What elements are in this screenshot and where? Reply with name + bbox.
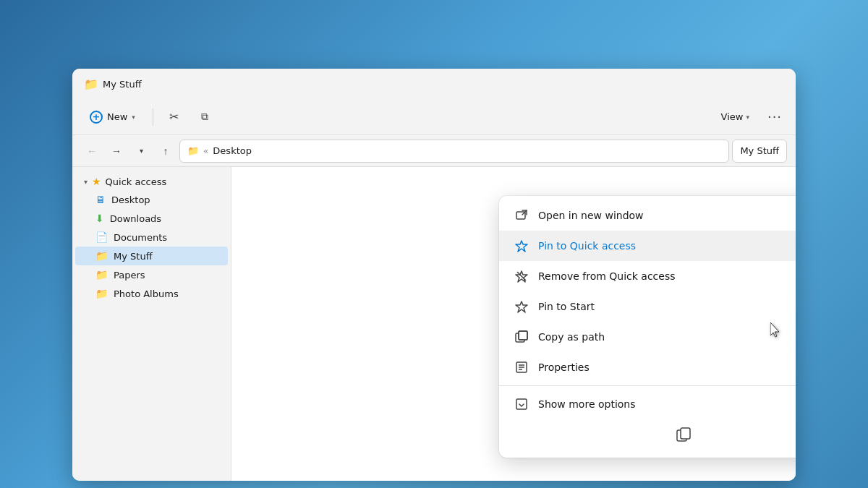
file-explorer: 📁 My Stuff + New ▾ ✂ ⧉ View ▾ ··· ← → — [72, 69, 796, 481]
sidebar-item-label-documents: Documents — [114, 232, 167, 243]
toolbar: + New ▾ ✂ ⧉ View ▾ ··· — [72, 99, 796, 135]
sidebar: ▾ ★ Quick access 🖥 Desktop ⬇ Downloads 📄… — [72, 167, 231, 481]
svg-rect-14 — [681, 428, 690, 439]
open-new-window-icon — [514, 207, 529, 223]
show-more-icon — [514, 396, 529, 412]
sidebar-item-documents[interactable]: 📄 Documents — [75, 228, 228, 247]
context-menu-item-pin-start[interactable]: Pin to Start — [499, 291, 796, 322]
toolbar-separator-1 — [153, 108, 153, 126]
sidebar-item-label-downloads: Downloads — [110, 213, 161, 224]
title-bar-title: My Stuff — [103, 79, 142, 90]
bottom-copy-icon — [676, 427, 692, 446]
title-bar: 📁 My Stuff — [72, 69, 796, 99]
show-more-label: Show more options — [538, 398, 796, 410]
scissors-icon: ✂ — [169, 110, 179, 124]
quick-access-chevron: ▾ — [84, 178, 88, 186]
view-label: View — [721, 111, 744, 122]
back-button[interactable]: ← — [81, 140, 103, 162]
context-menu-item-properties[interactable]: Properties Alt+Enter — [499, 352, 796, 382]
address-separator: « — [203, 146, 208, 156]
context-menu-item-copy-path[interactable]: Copy as path — [499, 322, 796, 352]
address-path[interactable]: 📁 « Desktop — [179, 140, 729, 163]
view-chevron: ▾ — [746, 114, 749, 121]
up-icon: ↑ — [163, 145, 169, 157]
svg-marker-4 — [516, 301, 527, 312]
quick-access-label: Quick access — [106, 176, 167, 187]
main-content: ▾ ★ Quick access 🖥 Desktop ⬇ Downloads 📄… — [72, 167, 796, 481]
open-new-window-label: Open in new window — [538, 210, 796, 221]
properties-label: Properties — [538, 361, 796, 373]
copy-button[interactable]: ⧉ — [192, 105, 217, 129]
sidebar-item-label-papers: Papers — [114, 270, 145, 281]
properties-icon — [514, 359, 529, 375]
forward-icon: → — [111, 145, 122, 157]
address-bar: ← → ▾ ↑ 📁 « Desktop My Stuff — [72, 135, 796, 167]
context-menu-item-open-new-window[interactable]: Open in new window — [499, 200, 796, 231]
context-menu-item-pin-quick-access[interactable]: Pin to Quick access — [499, 231, 796, 261]
documents-icon: 📄 — [95, 231, 108, 243]
dropdown-icon: ▾ — [140, 147, 143, 155]
papers-folder-icon: 📁 — [95, 269, 108, 281]
copy-icon: ⧉ — [201, 111, 208, 123]
context-menu-separator — [499, 385, 796, 386]
more-dots-icon: ··· — [767, 109, 782, 124]
context-menu: Open in new window Pin to Quick access — [499, 196, 796, 458]
up-button[interactable]: ↑ — [155, 140, 176, 162]
sidebar-item-label-photoalbums: Photo Albums — [114, 288, 179, 299]
sidebar-item-photoalbums[interactable]: 📁 Photo Albums — [75, 284, 228, 303]
photoalbums-folder-icon: 📁 — [95, 288, 108, 299]
context-menu-item-show-more[interactable]: Show more options Shift+F10 — [499, 389, 796, 419]
sidebar-item-label-desktop: Desktop — [111, 194, 150, 205]
copy-path-label: Copy as path — [538, 331, 796, 343]
new-button[interactable]: + New ▾ — [81, 106, 144, 128]
svg-rect-12 — [516, 399, 527, 409]
context-menu-bottom-copy[interactable] — [499, 419, 796, 453]
address-folder-icon: 📁 — [187, 145, 199, 156]
pin-quick-access-icon — [514, 238, 529, 254]
more-options-button[interactable]: ··· — [762, 105, 787, 129]
pin-start-icon — [514, 299, 529, 314]
copy-path-icon — [514, 329, 529, 345]
mystuff-folder-icon: 📁 — [95, 250, 108, 262]
svg-rect-6 — [519, 331, 527, 340]
pin-quick-access-label: Pin to Quick access — [538, 240, 796, 252]
context-menu-item-remove-quick-access[interactable]: Remove from Quick access — [499, 261, 796, 291]
sidebar-item-mystuff[interactable]: 📁 My Stuff — [75, 247, 228, 265]
dropdown-button[interactable]: ▾ — [130, 140, 152, 162]
address-text: Desktop — [213, 145, 252, 156]
sidebar-item-downloads[interactable]: ⬇ Downloads — [75, 209, 228, 228]
sidebar-item-desktop[interactable]: 🖥 Desktop — [75, 190, 228, 209]
cut-button[interactable]: ✂ — [162, 105, 187, 129]
svg-marker-1 — [516, 241, 527, 252]
desktop-folder-icon: 🖥 — [95, 194, 106, 205]
current-folder-label: My Stuff — [732, 140, 787, 163]
quick-access-header[interactable]: ▾ ★ Quick access — [75, 173, 228, 190]
sidebar-item-label-mystuff: My Stuff — [114, 251, 153, 262]
remove-quick-access-label: Remove from Quick access — [538, 270, 796, 282]
quick-access-star-icon: ★ — [92, 176, 101, 187]
title-bar-icon: 📁 — [84, 77, 98, 91]
remove-quick-access-icon — [514, 268, 529, 284]
downloads-icon: ⬇ — [95, 213, 104, 224]
back-icon: ← — [87, 145, 97, 157]
content-pane[interactable]: Open in new window Pin to Quick access — [231, 167, 796, 481]
pin-start-label: Pin to Start — [538, 301, 796, 312]
forward-button[interactable]: → — [106, 140, 127, 162]
plus-icon: + — [90, 111, 103, 124]
view-button[interactable]: View ▾ — [714, 107, 757, 127]
new-chevron: ▾ — [132, 114, 135, 121]
sidebar-item-papers[interactable]: 📁 Papers — [75, 265, 228, 284]
